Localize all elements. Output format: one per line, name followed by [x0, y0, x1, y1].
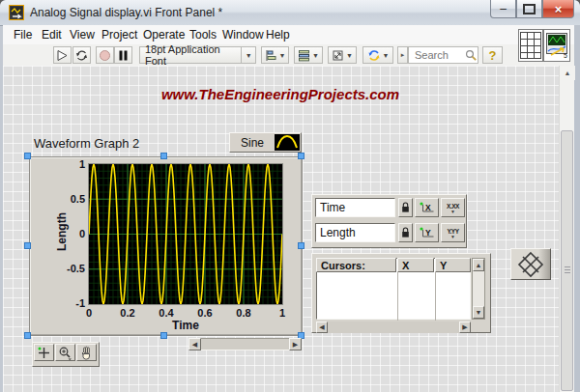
selection-handle[interactable]	[298, 242, 304, 249]
menu-window[interactable]: Window	[222, 28, 264, 42]
menu-operate[interactable]: Operate	[143, 28, 185, 42]
cursor-mover-button[interactable]	[510, 248, 551, 280]
chevron-down-icon: ▼	[346, 52, 353, 59]
distribute-objects-icon	[298, 49, 310, 62]
magnifier-icon	[58, 346, 72, 360]
cursor-header-name[interactable]: Cursors:	[316, 258, 396, 272]
panel-v-scrollbar[interactable]: ▲	[559, 66, 574, 392]
cursor-h-scrollbar[interactable]: ◀ ▶	[316, 322, 471, 333]
x-autoscale-button[interactable]: X	[415, 198, 439, 217]
cursor-header-x[interactable]: X	[397, 258, 434, 272]
scroll-up-button[interactable]: ▲	[473, 259, 484, 271]
reorder-objects-button[interactable]: ▼	[362, 46, 393, 64]
menu-help[interactable]: Help	[266, 28, 290, 42]
scroll-right-button[interactable]: ▶	[459, 322, 471, 333]
vi-panel-icon: 5	[545, 32, 568, 59]
scrollbar-track[interactable]	[201, 338, 289, 350]
window-controls: – ×	[490, 0, 574, 18]
cursor-header-y[interactable]: Y	[435, 258, 471, 272]
chevron-down-icon: ▼	[279, 52, 286, 59]
chevron-down-icon: ▼	[450, 235, 455, 238]
title-bar[interactable]: Analog Signal display.vi Front Panel * –…	[0, 0, 580, 26]
axis-letter: Y	[425, 228, 431, 238]
help-button[interactable]: ?	[482, 46, 503, 64]
cursor-tool-button[interactable]	[34, 344, 54, 361]
chevron-down-icon: ▼	[450, 210, 455, 213]
menu-project[interactable]: Project	[102, 28, 137, 42]
padlock-icon	[401, 202, 410, 213]
y-format-button[interactable]: Y.YY ▼	[441, 223, 465, 242]
sine-waveform-icon	[275, 134, 300, 151]
scrollbar-thumb[interactable]	[561, 130, 573, 391]
labview-window: Analog Signal display.vi Front Panel * –…	[0, 0, 580, 392]
close-button[interactable]: ×	[542, 0, 574, 18]
watermark-text: www.TheEngineeringProjects.com	[135, 86, 425, 102]
x-scale-name-field[interactable]: Time	[315, 198, 395, 217]
abort-button[interactable]	[96, 46, 114, 64]
graph-x-scrollbar[interactable]: ◀ ▶	[188, 338, 302, 350]
selection-handle[interactable]	[298, 153, 304, 159]
menu-view[interactable]: View	[70, 28, 95, 42]
padlock-icon	[401, 227, 410, 238]
maximize-button[interactable]	[516, 0, 542, 18]
search-input[interactable]	[413, 48, 465, 62]
search-box	[408, 46, 478, 64]
y-tick: 0	[54, 228, 85, 239]
chevron-down-icon: ▼	[383, 52, 390, 59]
font-selector[interactable]: 18pt Application Font ▼	[139, 46, 256, 64]
signal-type-selector[interactable]: Sine	[229, 132, 302, 153]
y-tick: 0.5	[54, 193, 85, 205]
minimize-button[interactable]: –	[490, 0, 516, 18]
search-collapse-button[interactable]: ▸	[397, 46, 408, 64]
cursor-legend: Cursors: X Y ▲ ▼ ◀ ▶	[311, 253, 491, 333]
x-format-button[interactable]: X.XX ▼	[441, 198, 465, 217]
waveform-plot[interactable]	[89, 164, 282, 304]
window-frame-right	[574, 25, 580, 392]
cursor-v-scrollbar[interactable]: ▲ ▼	[472, 258, 485, 320]
reorder-objects-icon	[367, 49, 381, 62]
align-objects-button[interactable]: ▼	[261, 46, 289, 64]
distribute-objects-button[interactable]: ▼	[294, 46, 323, 64]
run-continuous-button[interactable]	[72, 46, 91, 64]
graph-label[interactable]: Waveform Graph 2	[34, 136, 139, 151]
menu-edit[interactable]: Edit	[42, 28, 62, 42]
selection-handle[interactable]	[160, 153, 167, 159]
run-button[interactable]	[53, 46, 72, 64]
x-tick: 0.4	[149, 307, 184, 319]
autoscale-y-icon: Y	[419, 226, 435, 239]
font-selector-label: 18pt Application Font	[145, 43, 241, 67]
y-tick: -0.5	[54, 263, 85, 274]
menu-file[interactable]: File	[14, 28, 32, 42]
vi-icon-pane[interactable]: 5	[543, 29, 570, 62]
resize-objects-button[interactable]: ▼	[328, 46, 357, 64]
labview-vi-icon	[9, 5, 24, 20]
autoscale-x-icon: X	[419, 201, 435, 214]
scroll-right-button[interactable]: ▶	[289, 338, 302, 350]
scrollbar-track[interactable]	[328, 322, 459, 333]
selection-handle[interactable]	[24, 242, 31, 249]
scroll-down-button[interactable]: ▼	[473, 306, 484, 319]
toolbar: 18pt Application Font ▼ ▼ ▼ ▼	[3, 44, 577, 67]
selection-handle[interactable]	[24, 153, 31, 159]
scroll-left-button[interactable]: ◀	[316, 322, 328, 333]
selection-handle[interactable]	[160, 332, 167, 339]
y-scale-name-field[interactable]: Length	[315, 223, 395, 242]
y-scale-lock-button[interactable]	[398, 223, 413, 242]
zoom-tool-button[interactable]	[55, 344, 75, 361]
scroll-up-button[interactable]: ▲	[560, 66, 575, 80]
pause-button[interactable]	[114, 46, 132, 64]
diamond-icon	[516, 251, 545, 278]
maximize-icon	[523, 4, 536, 14]
pan-tool-button[interactable]	[76, 344, 97, 361]
x-tick: 0	[72, 307, 106, 319]
grid-icon	[520, 32, 541, 59]
menu-tools[interactable]: Tools	[189, 28, 217, 42]
chevron-down-icon[interactable]: ▼	[241, 47, 255, 63]
alignment-grid-indicator[interactable]	[518, 29, 543, 62]
search-icon[interactable]	[465, 49, 478, 62]
scroll-left-button[interactable]: ◀	[188, 338, 201, 350]
signal-type-label: Sine	[230, 136, 275, 150]
selection-handle[interactable]	[24, 332, 31, 339]
y-autoscale-button[interactable]: Y	[415, 223, 439, 242]
x-scale-lock-button[interactable]	[398, 198, 413, 217]
